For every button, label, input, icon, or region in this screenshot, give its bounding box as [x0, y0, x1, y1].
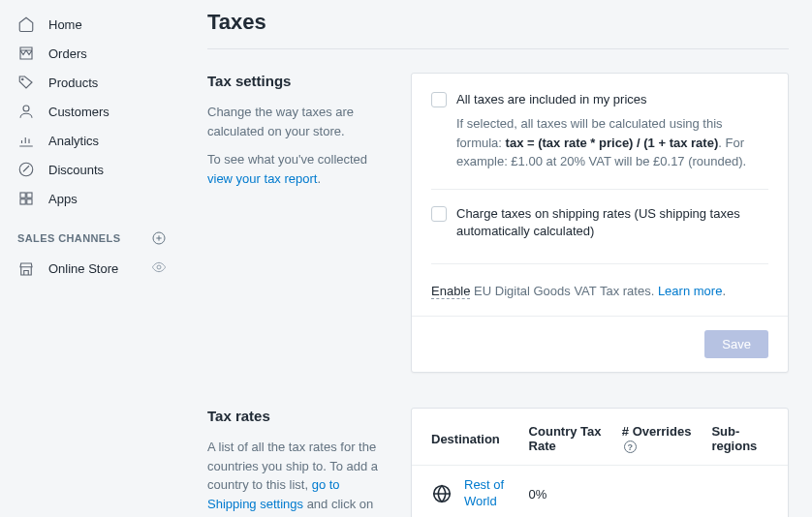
nav-customers[interactable]: Customers — [0, 97, 184, 126]
eu-text: EU Digital Goods VAT Tax rates. — [470, 284, 657, 298]
channel-online-store[interactable]: Online Store — [0, 254, 184, 284]
nav-apps[interactable]: Apps — [0, 184, 184, 213]
rates-table: Destination Country Tax Rate # Overrides… — [412, 409, 788, 517]
divider — [431, 189, 768, 190]
svg-rect-6 — [27, 199, 32, 204]
save-button[interactable]: Save — [704, 330, 768, 358]
tax-report-link[interactable]: view your tax report — [207, 171, 317, 186]
nav-analytics[interactable]: Analytics — [0, 126, 184, 155]
checkbox-shipping: Charge taxes on shipping rates (US shipp… — [431, 205, 768, 240]
store-icon — [17, 260, 35, 278]
svg-point-8 — [157, 265, 161, 269]
desc-pre: A list of all the tax rates for the coun… — [207, 440, 378, 492]
info-icon[interactable]: ? — [624, 441, 637, 453]
nav-label: Online Store — [48, 261, 118, 276]
settings-card: All taxes are included in my prices If s… — [411, 73, 789, 373]
sales-channels-header: SALES CHANNELS — [0, 213, 184, 254]
svg-rect-5 — [20, 199, 25, 204]
col-overrides-label: # Overrides — [622, 424, 692, 439]
analytics-icon — [17, 132, 35, 149]
nav-label: Discounts — [48, 163, 104, 177]
apps-icon — [17, 190, 35, 207]
svg-rect-3 — [20, 193, 25, 198]
nav-products[interactable]: Products — [0, 68, 184, 97]
dest-link[interactable]: Rest of World — [464, 477, 510, 510]
section-desc: A list of all the tax rates for the coun… — [207, 438, 391, 517]
nav-label: Customers — [48, 105, 109, 119]
section-heading: Tax rates — [207, 408, 391, 424]
nav-home[interactable]: Home — [0, 10, 184, 39]
section-intro: Tax settings Change the way taxes are ca… — [207, 73, 391, 373]
tax-settings-section: Tax settings Change the way taxes are ca… — [207, 73, 789, 373]
divider — [431, 263, 768, 264]
svg-point-1 — [23, 106, 29, 111]
eye-icon[interactable] — [151, 259, 167, 278]
eu-vat-row: Enable EU Digital Goods VAT Tax rates. L… — [431, 280, 768, 298]
enable-link[interactable]: Enable — [431, 284, 470, 299]
nav-label: Apps — [48, 192, 78, 206]
main-content: Taxes Tax settings Change the way taxes … — [184, 0, 812, 517]
rates-card: Destination Country Tax Rate # Overrides… — [411, 408, 789, 517]
svg-rect-4 — [27, 193, 32, 198]
nav-label: Analytics — [48, 134, 99, 148]
discount-icon — [17, 161, 35, 178]
table-row[interactable]: Rest of World 0% — [412, 466, 788, 517]
card-footer: Save — [412, 316, 788, 372]
section-heading: Tax settings — [207, 73, 391, 89]
section-desc2: To see what you've collected view your t… — [207, 150, 391, 188]
col-subregions: Sub-regions — [702, 409, 788, 466]
checkbox-label: All taxes are included in my prices — [456, 91, 647, 108]
person-icon — [17, 103, 35, 120]
orders-icon — [17, 45, 35, 62]
globe-icon — [431, 486, 453, 502]
checkbox-input[interactable] — [431, 92, 447, 107]
overrides-cell — [612, 466, 703, 517]
col-destination: Destination — [412, 409, 519, 466]
section-desc: Change the way taxes are calculated on y… — [207, 103, 391, 140]
nav-orders[interactable]: Orders — [0, 39, 184, 68]
formula: tax = (tax rate * price) / (1 + tax rate… — [506, 136, 719, 150]
sidebar: Home Orders Products Customers Analytics… — [0, 0, 184, 517]
section-intro: Tax rates A list of all the tax rates fo… — [207, 408, 391, 517]
nav-label: Orders — [48, 46, 87, 61]
tax-rates-section: Tax rates A list of all the tax rates fo… — [207, 408, 789, 517]
add-channel-icon[interactable] — [151, 230, 167, 246]
help-text: If selected, all taxes will be calculate… — [456, 114, 768, 171]
home-icon — [17, 15, 35, 33]
checkbox-included: All taxes are included in my prices — [431, 91, 768, 108]
nav-label: Products — [48, 76, 98, 90]
svg-point-0 — [22, 78, 24, 80]
checkbox-label: Charge taxes on shipping rates (US shipp… — [456, 205, 768, 240]
rate-cell: 0% — [519, 466, 612, 517]
subregions-cell — [702, 466, 788, 517]
page-title: Taxes — [207, 10, 789, 49]
nav-label: Home — [48, 17, 82, 32]
col-rate: Country Tax Rate — [519, 409, 612, 466]
col-overrides: # Overrides ? — [612, 409, 703, 466]
tag-icon — [17, 74, 35, 91]
checkbox-input[interactable] — [431, 206, 447, 222]
nav-discounts[interactable]: Discounts — [0, 155, 184, 184]
desc-text: To see what you've collected — [207, 152, 367, 167]
section-title: SALES CHANNELS — [17, 232, 120, 244]
learn-more-link[interactable]: Learn more — [658, 284, 722, 298]
